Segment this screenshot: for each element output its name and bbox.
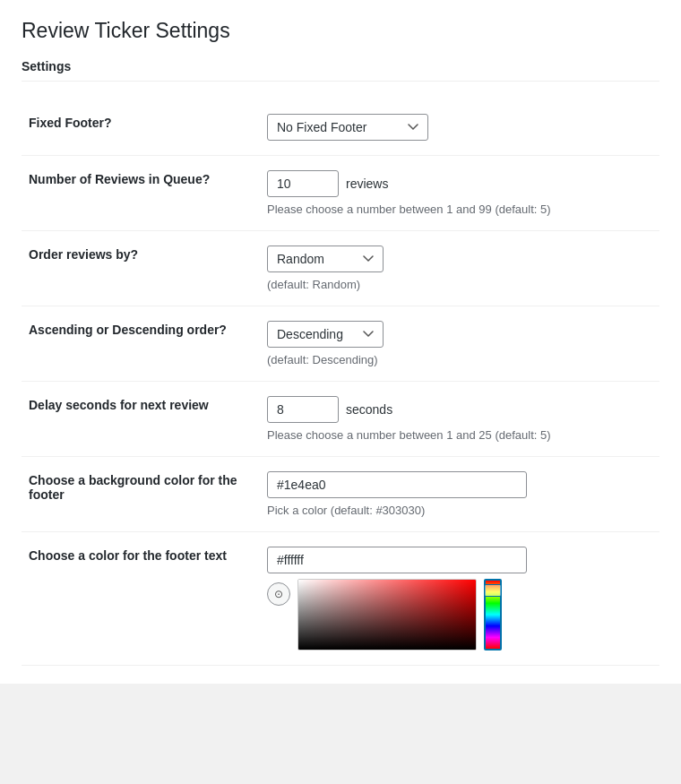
sort-order-select[interactable]: Descending Ascending <box>267 321 384 348</box>
label-sort-order: Ascending or Descending order? <box>22 306 263 381</box>
num-reviews-unit: reviews <box>346 177 388 191</box>
color-picker-gradient[interactable] <box>297 579 477 650</box>
control-bg-color: Pick a color (default: #303030) <box>263 456 659 531</box>
label-text-color: Choose a color for the footer text <box>22 531 263 665</box>
color-picker-container: ⊙ <box>267 579 652 650</box>
row-num-reviews: Number of Reviews in Queue? reviews Plea… <box>22 155 659 230</box>
row-order-reviews: Order reviews by? Random Date Rating (de… <box>22 230 659 306</box>
num-reviews-input[interactable] <box>267 170 339 197</box>
eyedropper-icon: ⊙ <box>274 588 283 600</box>
gradient-overlay <box>298 580 476 650</box>
page-container: Review Ticker Settings Settings Fixed Fo… <box>0 0 681 684</box>
control-sort-order: Descending Ascending (default: Descendin… <box>263 306 659 381</box>
label-bg-color: Choose a background color for the footer <box>22 456 263 531</box>
hue-indicator <box>484 584 502 597</box>
page-title: Review Ticker Settings <box>22 18 659 45</box>
delay-input-row: seconds <box>267 396 652 423</box>
row-fixed-footer: Fixed Footer? No Fixed Footer Fixed Foot… <box>22 99 659 156</box>
order-reviews-hint: (default: Random) <box>267 278 652 291</box>
eyedropper-wrap: ⊙ <box>267 579 290 606</box>
label-delay-seconds: Delay seconds for next review <box>22 381 263 456</box>
delay-hint: Please choose a number between 1 and 25 … <box>267 428 652 442</box>
control-text-color: ⊙ <box>263 531 659 665</box>
eyedropper-button[interactable]: ⊙ <box>267 582 290 606</box>
control-num-reviews: reviews Please choose a number between 1… <box>263 155 659 230</box>
order-reviews-select[interactable]: Random Date Rating <box>267 246 384 272</box>
sort-order-hint: (default: Descending) <box>267 353 652 366</box>
bg-color-hint: Pick a color (default: #303030) <box>267 504 652 517</box>
label-num-reviews: Number of Reviews in Queue? <box>22 155 263 230</box>
bg-color-input[interactable] <box>267 471 527 498</box>
settings-table: Fixed Footer? No Fixed Footer Fixed Foot… <box>22 99 659 666</box>
control-delay-seconds: seconds Please choose a number between 1… <box>263 381 659 456</box>
text-color-input[interactable] <box>267 547 527 573</box>
num-reviews-hint: Please choose a number between 1 and 99 … <box>267 202 652 216</box>
delay-unit: seconds <box>346 402 392 417</box>
control-order-reviews: Random Date Rating (default: Random) <box>263 230 659 306</box>
control-fixed-footer: No Fixed Footer Fixed Footer <box>263 99 659 156</box>
color-hue-strip[interactable] <box>484 579 502 650</box>
row-sort-order: Ascending or Descending order? Descendin… <box>22 306 659 381</box>
fixed-footer-select[interactable]: No Fixed Footer Fixed Footer <box>267 114 428 141</box>
num-reviews-input-row: reviews <box>267 170 652 197</box>
section-title: Settings <box>22 59 659 82</box>
row-text-color: Choose a color for the footer text ⊙ <box>22 531 659 665</box>
row-delay-seconds: Delay seconds for next review seconds Pl… <box>22 381 659 456</box>
label-fixed-footer: Fixed Footer? <box>22 99 263 156</box>
row-bg-color: Choose a background color for the footer… <box>22 456 659 531</box>
delay-seconds-input[interactable] <box>267 396 339 423</box>
label-order-reviews: Order reviews by? <box>22 230 263 306</box>
